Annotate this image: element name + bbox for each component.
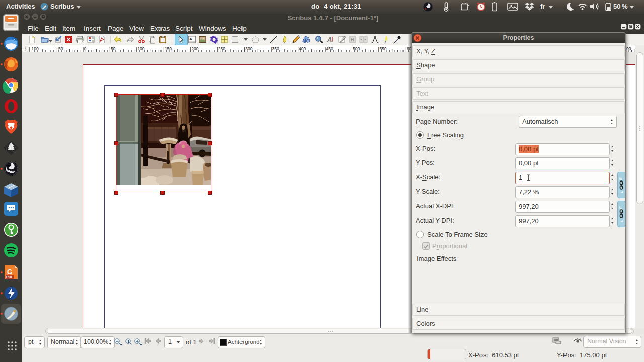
svg-text:550: 550: [379, 46, 386, 51]
svg-text:1: 1: [127, 339, 130, 344]
svg-text:A: A: [327, 36, 332, 43]
svg-text:250: 250: [218, 46, 225, 51]
svg-text:150: 150: [165, 46, 172, 51]
svg-text:G: G: [7, 268, 12, 276]
svg-text:300: 300: [245, 46, 252, 51]
svg-text:50: 50: [111, 46, 116, 51]
svg-text:200: 200: [191, 46, 198, 51]
svg-text:H: H: [351, 37, 354, 42]
svg-text:450: 450: [326, 46, 333, 51]
svg-text:100: 100: [137, 46, 144, 51]
svg-text:350: 350: [272, 46, 279, 51]
svg-text:400: 400: [299, 46, 306, 51]
svg-text:PDF: PDF: [6, 275, 14, 279]
svg-text:A: A: [189, 37, 192, 41]
svg-text:500: 500: [353, 46, 360, 51]
svg-text:-50: -50: [57, 46, 63, 51]
